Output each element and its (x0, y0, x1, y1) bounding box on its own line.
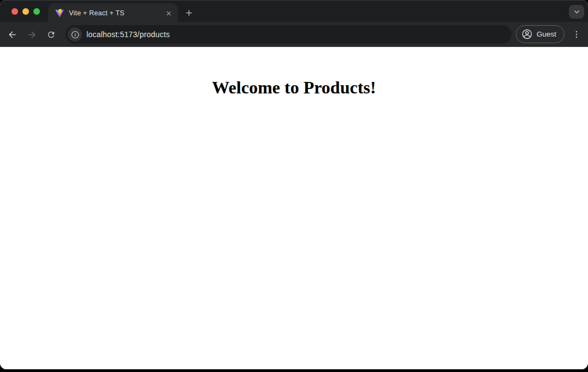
minimize-window-button[interactable] (22, 8, 29, 15)
close-window-button[interactable] (11, 8, 18, 15)
tab-vite-react-ts[interactable]: Vite + React + TS (48, 3, 178, 23)
close-icon (166, 10, 172, 16)
back-button[interactable] (4, 27, 20, 42)
address-bar[interactable]: localhost:5173/products (66, 25, 511, 44)
profile-button[interactable]: Guest (516, 25, 564, 43)
tab-strip: Vite + React + TS (0, 0, 588, 22)
page-heading: Welcome to Products! (0, 78, 588, 98)
new-tab-button[interactable] (181, 5, 196, 20)
refresh-icon (46, 30, 56, 39)
avatar-icon (521, 28, 533, 40)
site-info-button[interactable] (68, 27, 82, 42)
browser-menu-button[interactable] (569, 27, 584, 42)
tab-search-button[interactable] (569, 5, 584, 19)
arrow-right-icon (27, 29, 37, 40)
reload-button[interactable] (43, 27, 59, 42)
url-text[interactable]: localhost:5173/products (86, 30, 170, 39)
tab-title: Vite + React + TS (69, 9, 164, 17)
tab-close-button[interactable] (164, 8, 173, 18)
page-content: Welcome to Products! (0, 48, 588, 369)
profile-label: Guest (537, 30, 556, 38)
browser-window: Vite + React + TS (0, 0, 588, 369)
kebab-menu-icon (572, 29, 581, 39)
forward-button[interactable] (24, 27, 39, 42)
info-icon (71, 30, 80, 39)
browser-toolbar: localhost:5173/products Guest (0, 22, 588, 47)
plus-icon (185, 9, 193, 17)
arrow-left-icon (7, 29, 18, 40)
maximize-window-button[interactable] (33, 8, 40, 15)
vite-logo-icon (55, 9, 64, 17)
chevron-down-icon (573, 8, 580, 15)
traffic-lights (11, 8, 40, 15)
